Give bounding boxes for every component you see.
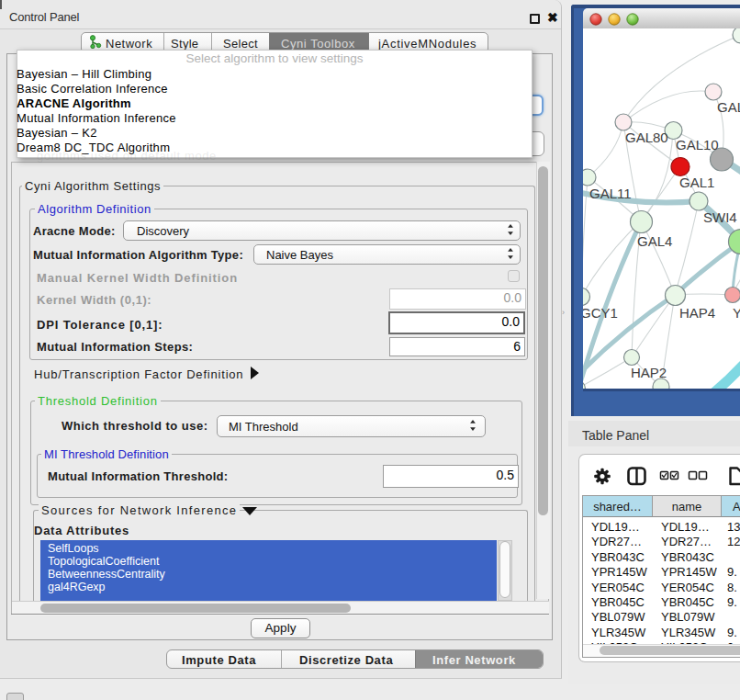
- svg-text:HAP2: HAP2: [631, 365, 667, 380]
- svg-text:GAL10: GAL10: [676, 137, 719, 152]
- svg-text:GCY1: GCY1: [583, 305, 618, 321]
- svg-text:GAL80: GAL80: [625, 130, 668, 145]
- svg-text:GAL4: GAL4: [637, 233, 672, 249]
- svg-text:GAL11: GAL11: [589, 186, 632, 201]
- svg-text:YM: YM: [733, 305, 740, 321]
- svg-text:GAL1: GAL1: [679, 175, 714, 190]
- svg-text:SWI4: SWI4: [703, 209, 737, 225]
- svg-text:HAP4: HAP4: [679, 305, 715, 321]
- svg-text:GAL7: GAL7: [717, 99, 740, 115]
